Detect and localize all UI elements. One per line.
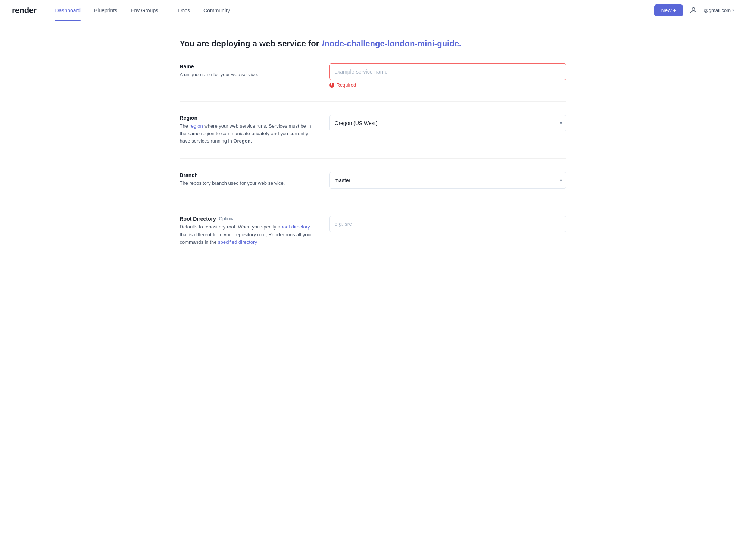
name-label-desc: A unique name for your web service. [180, 71, 314, 78]
branch-select-wrapper: master main develop staging ▾ [329, 172, 566, 189]
svg-point-0 [692, 7, 695, 10]
root-directory-label-desc: Defaults to repository root. When you sp… [180, 223, 314, 246]
nav-link-docs[interactable]: Docs [171, 0, 197, 21]
region-select[interactable]: Oregon (US West) Frankfurt (EU Central) … [329, 115, 566, 131]
branch-select[interactable]: master main develop staging [329, 172, 566, 189]
root-directory-input[interactable] [329, 216, 566, 232]
branch-input-col: master main develop staging ▾ [329, 172, 566, 189]
root-directory-input-col [329, 216, 566, 232]
main-content: You are deploying a web service for /nod… [168, 21, 578, 291]
error-icon [329, 83, 334, 88]
root-directory-label-col: Root Directory Optional Defaults to repo… [180, 216, 314, 246]
name-label-col: Name A unique name for your web service. [180, 63, 314, 78]
nav-divider [168, 6, 168, 15]
name-input[interactable] [329, 63, 566, 80]
navbar: render Dashboard Blueprints Env Groups D… [0, 0, 746, 21]
specified-directory-link[interactable]: specified directory [218, 239, 257, 245]
name-label-title: Name [180, 63, 314, 69]
root-directory-row: Root Directory Optional Defaults to repo… [180, 216, 566, 259]
root-directory-link[interactable]: root directory [282, 224, 310, 230]
name-row: Name A unique name for your web service.… [180, 63, 566, 102]
page-title-prefix: You are deploying a web service for [180, 39, 319, 49]
nav-email[interactable]: @gmail.com ▾ [704, 7, 734, 13]
region-label-col: Region The region where your web service… [180, 115, 314, 145]
root-directory-label-title: Root Directory Optional [180, 216, 314, 222]
nav-link-env-groups[interactable]: Env Groups [124, 0, 165, 21]
region-input-col: Oregon (US West) Frankfurt (EU Central) … [329, 115, 566, 131]
region-select-wrapper: Oregon (US West) Frankfurt (EU Central) … [329, 115, 566, 131]
branch-label-col: Branch The repository branch used for yo… [180, 172, 314, 187]
region-label-title: Region [180, 115, 314, 121]
branch-label-desc: The repository branch used for your web … [180, 180, 314, 187]
nav-link-community[interactable]: Community [197, 0, 237, 21]
branch-row: Branch The repository branch used for yo… [180, 172, 566, 202]
nav-link-blueprints[interactable]: Blueprints [87, 0, 124, 21]
nav-links: Dashboard Blueprints Env Groups Docs Com… [48, 0, 654, 21]
region-label-desc: The region where your web service runs. … [180, 122, 314, 145]
user-icon[interactable] [687, 4, 699, 16]
branch-label-title: Branch [180, 172, 314, 178]
new-button[interactable]: New + [654, 4, 683, 16]
nav-right: New + @gmail.com ▾ [654, 4, 734, 16]
name-input-col: Required [329, 63, 566, 88]
page-title: You are deploying a web service for /nod… [180, 39, 566, 49]
chevron-down-icon: ▾ [732, 8, 734, 12]
repo-link[interactable]: /node-challenge-london-mini-guide. [322, 39, 461, 49]
logo[interactable]: render [12, 6, 36, 15]
name-error: Required [329, 82, 566, 88]
region-row: Region The region where your web service… [180, 115, 566, 159]
region-link[interactable]: region [190, 123, 203, 129]
nav-link-dashboard[interactable]: Dashboard [48, 0, 87, 21]
